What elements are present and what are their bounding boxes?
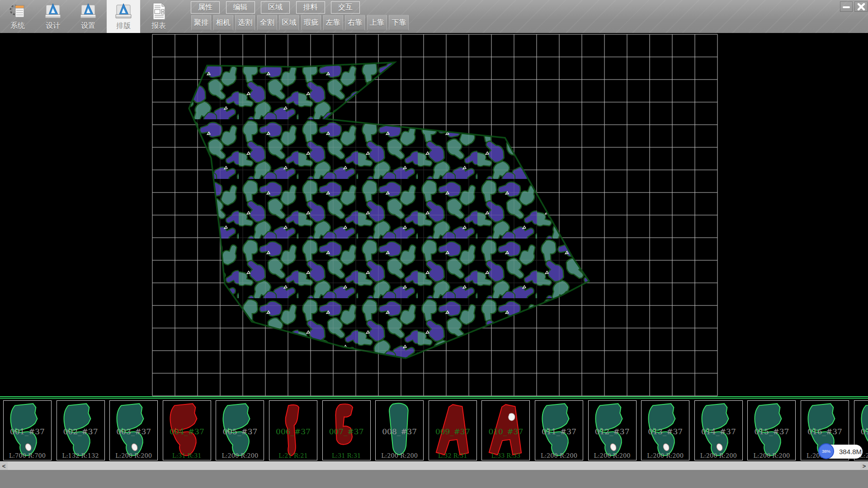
scroll-left-button[interactable]: < (0, 462, 8, 470)
main-button-5[interactable]: 报表 (142, 0, 175, 33)
part-counts-label: L:200 R:200 (642, 452, 689, 459)
part-thumbnail-14[interactable]: 014_#37 L:200 R:200 (694, 400, 743, 460)
part-counts-label: L:31 R:31 (323, 452, 370, 459)
memory-usage-badge[interactable]: 384.8M 38% (818, 443, 865, 460)
minimize-icon (842, 4, 850, 10)
part-counts-label: L:700 R:700 (4, 452, 51, 459)
part-thumbnail-3[interactable]: 003_#37 L:200 R:200 (109, 400, 158, 460)
part-counts-label: L:200 R:200 (216, 452, 264, 459)
part-thumbnail-11[interactable]: 011_#37 L:200 R:200 (535, 400, 583, 460)
scroll-right-icon: > (863, 463, 866, 469)
part-name-label: 008_#37 (376, 427, 423, 436)
part-thumbnail-6[interactable]: 006_#37 L:21 R:21 (269, 400, 317, 460)
main-button-label: 系统 (10, 21, 25, 31)
minimize-button[interactable] (840, 1, 853, 12)
part-name-label: 010_#37 (482, 427, 529, 436)
main-button-label: 设置 (81, 21, 95, 31)
scroll-left-icon: < (2, 463, 6, 469)
main-button-4[interactable]: 排版 (107, 0, 140, 33)
tool-button-4[interactable]: 全割 (257, 15, 277, 30)
part-counts-label: L:200 R:200 (110, 452, 157, 459)
part-thumbnail-4[interactable]: 004_#37 L:31 R:31 (163, 400, 211, 460)
part-name-label: 015_#37 (748, 427, 795, 436)
part-name-label: 017_#37 (854, 427, 868, 436)
part-name-label: 016_#37 (801, 427, 849, 436)
part-thumbnail-1[interactable]: 001_#37 L:700 R:700 (3, 400, 52, 460)
main-button-label: 报表 (151, 21, 166, 31)
part-thumbnail-12[interactable]: 012_#37 L:200 R:200 (588, 400, 637, 460)
part-counts-label: L:200 R:200 (748, 452, 795, 459)
part-thumbnail-8[interactable]: 008_#37 L:200 R:200 (375, 400, 424, 460)
tool-button-1[interactable]: 聚排 (191, 15, 211, 30)
memory-percent-text: 38% (822, 449, 830, 454)
tool-button-9[interactable]: 上靠 (367, 15, 387, 30)
main-button-3[interactable]: 设置 (71, 0, 105, 33)
menu-item-4[interactable]: 排料 (296, 1, 325, 14)
part-thumbnail-5[interactable]: 005_#37 L:200 R:200 (216, 400, 264, 460)
part-thumbnail-13[interactable]: 013_#37 L:200 R:200 (641, 400, 689, 460)
part-name-label: 003_#37 (110, 427, 157, 436)
settings-ruler-icon (79, 2, 98, 21)
nesting-canvas[interactable] (0, 33, 868, 461)
part-name-label: 009_#37 (429, 427, 476, 436)
close-button[interactable] (854, 1, 868, 12)
tool-button-7[interactable]: 左靠 (323, 15, 343, 30)
part-name-label: 002_#37 (57, 427, 104, 436)
part-counts-label: L:132 R:132 (57, 452, 104, 459)
scroll-right-button[interactable]: > (860, 462, 868, 470)
menu-item-3[interactable]: 区域 (261, 1, 290, 14)
part-name-label: 005_#37 (216, 427, 264, 436)
part-name-label: 014_#37 (695, 427, 742, 436)
close-icon (857, 3, 865, 10)
part-name-label: 007_#37 (323, 427, 370, 436)
part-counts-label: L:200 R:200 (695, 452, 742, 459)
part-counts-label: L:21 R:21 (269, 452, 317, 459)
main-button-2[interactable]: 设计 (36, 0, 70, 33)
part-counts-label: L:32 R:31 (429, 452, 476, 459)
strip-separator-line (0, 396, 868, 397)
application-window: 系统 设计 设置 排版 (0, 0, 868, 488)
part-counts-label: L:200 R:200 (535, 452, 583, 459)
tool-button-2[interactable]: 相机 (213, 15, 233, 30)
canvas-svg (0, 33, 868, 461)
tool-button-6[interactable]: 瑕疵 (301, 15, 321, 30)
tool-button-5[interactable]: 区域 (279, 15, 299, 30)
part-name-label: 011_#37 (535, 427, 583, 436)
part-name-label: 004_#37 (163, 427, 211, 436)
part-counts-label: L:200 R:200 (376, 452, 423, 459)
main-button-1[interactable]: 系统 (1, 0, 34, 33)
part-name-label: 013_#37 (642, 427, 689, 436)
part-counts-label: L:200 R:200 (589, 452, 636, 459)
tool-button-8[interactable]: 右靠 (345, 15, 365, 30)
menu-item-1[interactable]: 属性 (191, 1, 220, 14)
memory-percent-circle: 38% (818, 443, 834, 459)
nesting-ruler-icon (114, 2, 133, 21)
tool-button-3[interactable]: 选割 (235, 15, 255, 30)
part-name-label: 006_#37 (269, 427, 317, 436)
part-name-label: 001_#37 (4, 427, 51, 436)
part-thumbnail-2[interactable]: 002_#37 L:132 R:132 (57, 400, 105, 460)
toolbar: 系统 设计 设置 排版 (0, 0, 868, 33)
menu-item-2[interactable]: 编辑 (226, 1, 255, 14)
part-name-label: 012_#37 (589, 427, 636, 436)
part-thumbnail-7[interactable]: 007_#37 L:31 R:31 (322, 400, 371, 460)
part-counts-label: L:31 R:31 (163, 452, 211, 459)
part-counts-label: L:33 R:33 (482, 452, 529, 459)
main-button-label: 排版 (116, 21, 131, 31)
tool-button-10[interactable]: 下靠 (389, 15, 409, 30)
part-thumbnail-9[interactable]: 009_#37 L:32 R:31 (429, 400, 477, 460)
status-bar (0, 470, 868, 488)
main-button-label: 设计 (46, 21, 60, 31)
horizontal-scrollbar[interactable]: < > (0, 461, 868, 470)
menu-item-5[interactable]: 交互 (331, 1, 360, 14)
part-thumbnail-10[interactable]: 010_#37 L:33 R:33 (481, 400, 530, 460)
design-ruler-icon (43, 2, 62, 21)
report-doc-icon (149, 2, 168, 21)
system-gear-icon (8, 2, 27, 21)
part-thumbnail-15[interactable]: 015_#37 L:200 R:200 (747, 400, 796, 460)
